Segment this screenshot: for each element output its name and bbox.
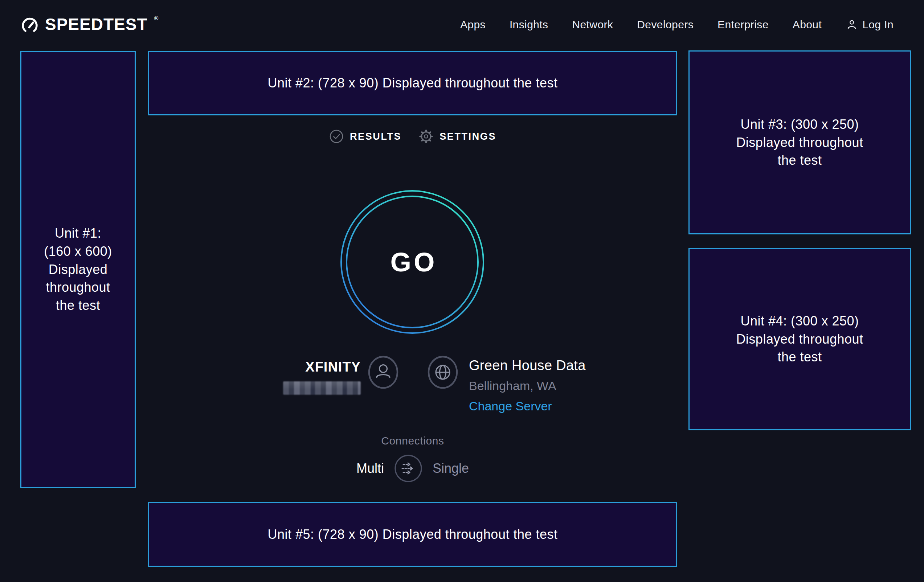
user-icon (846, 18, 858, 31)
tab-results-label: RESULTS (350, 131, 401, 142)
isp-info: XFINITY (283, 356, 398, 395)
ad-unit-2[interactable]: Unit #2: (728 x 90) Displayed throughout… (148, 51, 677, 115)
go-button[interactable]: GO (340, 190, 485, 335)
header: SPEEDTEST ® Apps Insights Network Develo… (0, 0, 924, 49)
ad-unit-3-label: Unit #3: (300 x 250) Displayed throughou… (736, 115, 863, 170)
ad-unit-5-label: Unit #5: (728 x 90) Displayed throughout… (268, 525, 558, 544)
login-label: Log In (862, 18, 894, 31)
nav-enterprise[interactable]: Enterprise (718, 18, 769, 31)
nav-network[interactable]: Network (572, 18, 613, 31)
go-button-label: GO (340, 190, 485, 335)
ad-unit-5[interactable]: Unit #5: (728 x 90) Displayed throughout… (148, 502, 677, 567)
check-circle-icon (329, 129, 344, 144)
tab-settings-label: SETTINGS (439, 131, 496, 142)
server-info: Green House Data Bellingham, WA Change S… (427, 356, 586, 413)
tab-bar: RESULTS SETTINGS (148, 129, 677, 144)
tab-results[interactable]: RESULTS (329, 129, 401, 144)
isp-user-icon (368, 356, 398, 389)
ad-unit-1[interactable]: Unit #1: (160 x 600) Displayed throughou… (20, 51, 136, 488)
redacted-ip-address (283, 381, 361, 395)
server-location: Bellingham, WA (469, 379, 556, 393)
login-link[interactable]: Log In (846, 18, 894, 31)
ad-unit-3[interactable]: Unit #3: (300 x 250) Displayed throughou… (688, 50, 911, 234)
connections-single-option[interactable]: Single (432, 461, 469, 476)
connections-label: Connections (148, 435, 677, 447)
nav-insights[interactable]: Insights (510, 18, 548, 31)
logo-trademark: ® (154, 16, 158, 21)
speedtest-page: SPEEDTEST ® Apps Insights Network Develo… (0, 0, 924, 582)
server-name: Green House Data (469, 358, 586, 373)
main-nav: Apps Insights Network Developers Enterpr… (460, 18, 894, 31)
globe-icon (427, 356, 458, 389)
gear-icon (419, 129, 433, 144)
ad-unit-2-label: Unit #2: (728 x 90) Displayed throughout… (268, 74, 558, 92)
connections-multi-option[interactable]: Multi (356, 461, 384, 476)
change-server-link[interactable]: Change Server (469, 399, 552, 413)
ad-unit-4-label: Unit #4: (300 x 250) Displayed throughou… (736, 312, 863, 366)
connections-section: Connections Multi Single (148, 435, 677, 483)
tab-settings[interactable]: SETTINGS (419, 129, 496, 144)
nav-developers[interactable]: Developers (637, 18, 693, 31)
speedtest-logo[interactable]: SPEEDTEST ® (20, 15, 158, 35)
nav-apps[interactable]: Apps (460, 18, 485, 31)
nav-about[interactable]: About (793, 18, 822, 31)
test-meta-row: XFINITY Green House Data Bellingham, WA … (148, 356, 677, 425)
connections-toggle-icon[interactable] (394, 454, 422, 483)
logo-text: SPEEDTEST (45, 15, 148, 34)
ad-unit-4[interactable]: Unit #4: (300 x 250) Displayed throughou… (688, 248, 911, 430)
speedometer-icon (20, 16, 39, 35)
isp-name: XFINITY (283, 359, 361, 375)
ad-unit-1-label: Unit #1: (160 x 600) Displayed throughou… (44, 224, 112, 314)
